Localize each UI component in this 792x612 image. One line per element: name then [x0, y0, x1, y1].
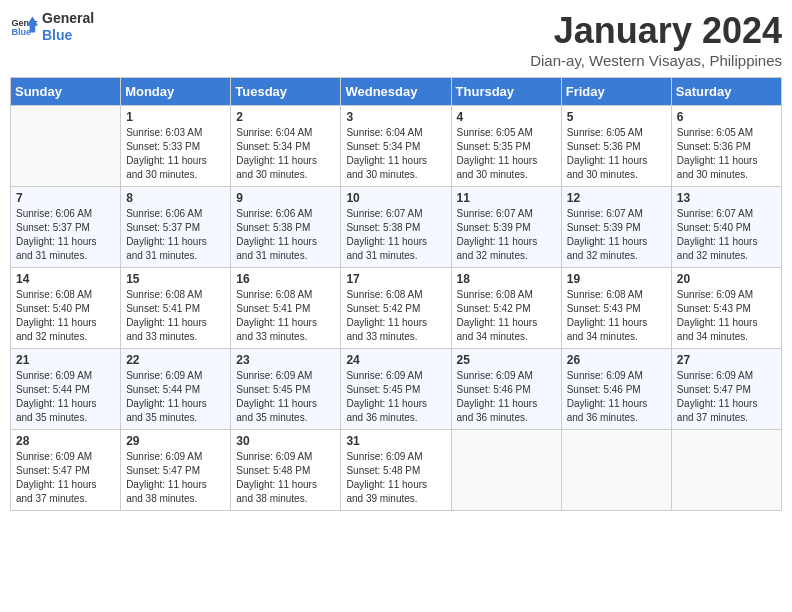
- calendar-cell: 1Sunrise: 6:03 AM Sunset: 5:33 PM Daylig…: [121, 106, 231, 187]
- calendar-cell: [451, 430, 561, 511]
- calendar-cell: [561, 430, 671, 511]
- day-info: Sunrise: 6:05 AM Sunset: 5:35 PM Dayligh…: [457, 126, 556, 182]
- calendar-cell: 23Sunrise: 6:09 AM Sunset: 5:45 PM Dayli…: [231, 349, 341, 430]
- day-info: Sunrise: 6:06 AM Sunset: 5:37 PM Dayligh…: [126, 207, 225, 263]
- day-info: Sunrise: 6:09 AM Sunset: 5:44 PM Dayligh…: [16, 369, 115, 425]
- day-number: 31: [346, 434, 445, 448]
- svg-text:Blue: Blue: [11, 27, 31, 37]
- calendar-title: January 2024: [530, 10, 782, 52]
- day-number: 25: [457, 353, 556, 367]
- calendar-cell: 26Sunrise: 6:09 AM Sunset: 5:46 PM Dayli…: [561, 349, 671, 430]
- day-info: Sunrise: 6:06 AM Sunset: 5:38 PM Dayligh…: [236, 207, 335, 263]
- calendar-cell: 5Sunrise: 6:05 AM Sunset: 5:36 PM Daylig…: [561, 106, 671, 187]
- calendar-cell: 31Sunrise: 6:09 AM Sunset: 5:48 PM Dayli…: [341, 430, 451, 511]
- calendar-cell: [11, 106, 121, 187]
- day-number: 7: [16, 191, 115, 205]
- day-info: Sunrise: 6:05 AM Sunset: 5:36 PM Dayligh…: [677, 126, 776, 182]
- day-number: 18: [457, 272, 556, 286]
- calendar-cell: 11Sunrise: 6:07 AM Sunset: 5:39 PM Dayli…: [451, 187, 561, 268]
- day-number: 26: [567, 353, 666, 367]
- calendar-cell: 7Sunrise: 6:06 AM Sunset: 5:37 PM Daylig…: [11, 187, 121, 268]
- day-info: Sunrise: 6:08 AM Sunset: 5:42 PM Dayligh…: [346, 288, 445, 344]
- day-info: Sunrise: 6:08 AM Sunset: 5:41 PM Dayligh…: [236, 288, 335, 344]
- calendar-cell: 30Sunrise: 6:09 AM Sunset: 5:48 PM Dayli…: [231, 430, 341, 511]
- calendar-cell: 29Sunrise: 6:09 AM Sunset: 5:47 PM Dayli…: [121, 430, 231, 511]
- day-number: 24: [346, 353, 445, 367]
- day-number: 21: [16, 353, 115, 367]
- day-info: Sunrise: 6:09 AM Sunset: 5:45 PM Dayligh…: [236, 369, 335, 425]
- calendar-cell: 12Sunrise: 6:07 AM Sunset: 5:39 PM Dayli…: [561, 187, 671, 268]
- day-number: 1: [126, 110, 225, 124]
- title-area: January 2024 Dian-ay, Western Visayas, P…: [530, 10, 782, 69]
- calendar-cell: 13Sunrise: 6:07 AM Sunset: 5:40 PM Dayli…: [671, 187, 781, 268]
- day-info: Sunrise: 6:08 AM Sunset: 5:41 PM Dayligh…: [126, 288, 225, 344]
- day-number: 28: [16, 434, 115, 448]
- day-info: Sunrise: 6:09 AM Sunset: 5:45 PM Dayligh…: [346, 369, 445, 425]
- day-number: 2: [236, 110, 335, 124]
- day-info: Sunrise: 6:04 AM Sunset: 5:34 PM Dayligh…: [236, 126, 335, 182]
- day-number: 5: [567, 110, 666, 124]
- col-header-thursday: Thursday: [451, 78, 561, 106]
- day-info: Sunrise: 6:09 AM Sunset: 5:46 PM Dayligh…: [567, 369, 666, 425]
- day-info: Sunrise: 6:06 AM Sunset: 5:37 PM Dayligh…: [16, 207, 115, 263]
- day-number: 12: [567, 191, 666, 205]
- calendar-table: SundayMondayTuesdayWednesdayThursdayFrid…: [10, 77, 782, 511]
- day-number: 29: [126, 434, 225, 448]
- day-info: Sunrise: 6:07 AM Sunset: 5:40 PM Dayligh…: [677, 207, 776, 263]
- calendar-subtitle: Dian-ay, Western Visayas, Philippines: [530, 52, 782, 69]
- day-info: Sunrise: 6:09 AM Sunset: 5:47 PM Dayligh…: [16, 450, 115, 506]
- calendar-cell: 6Sunrise: 6:05 AM Sunset: 5:36 PM Daylig…: [671, 106, 781, 187]
- calendar-cell: 27Sunrise: 6:09 AM Sunset: 5:47 PM Dayli…: [671, 349, 781, 430]
- calendar-cell: 21Sunrise: 6:09 AM Sunset: 5:44 PM Dayli…: [11, 349, 121, 430]
- calendar-cell: 2Sunrise: 6:04 AM Sunset: 5:34 PM Daylig…: [231, 106, 341, 187]
- col-header-wednesday: Wednesday: [341, 78, 451, 106]
- day-number: 3: [346, 110, 445, 124]
- day-number: 4: [457, 110, 556, 124]
- calendar-cell: 24Sunrise: 6:09 AM Sunset: 5:45 PM Dayli…: [341, 349, 451, 430]
- logo: General Blue General Blue: [10, 10, 94, 44]
- day-info: Sunrise: 6:09 AM Sunset: 5:48 PM Dayligh…: [346, 450, 445, 506]
- day-number: 16: [236, 272, 335, 286]
- day-number: 9: [236, 191, 335, 205]
- day-info: Sunrise: 6:07 AM Sunset: 5:39 PM Dayligh…: [457, 207, 556, 263]
- logo-blue: Blue: [42, 27, 94, 44]
- day-number: 27: [677, 353, 776, 367]
- day-number: 23: [236, 353, 335, 367]
- calendar-cell: 10Sunrise: 6:07 AM Sunset: 5:38 PM Dayli…: [341, 187, 451, 268]
- col-header-sunday: Sunday: [11, 78, 121, 106]
- day-number: 11: [457, 191, 556, 205]
- col-header-saturday: Saturday: [671, 78, 781, 106]
- calendar-cell: 18Sunrise: 6:08 AM Sunset: 5:42 PM Dayli…: [451, 268, 561, 349]
- calendar-cell: 19Sunrise: 6:08 AM Sunset: 5:43 PM Dayli…: [561, 268, 671, 349]
- day-number: 17: [346, 272, 445, 286]
- calendar-cell: 16Sunrise: 6:08 AM Sunset: 5:41 PM Dayli…: [231, 268, 341, 349]
- calendar-cell: 15Sunrise: 6:08 AM Sunset: 5:41 PM Dayli…: [121, 268, 231, 349]
- day-info: Sunrise: 6:09 AM Sunset: 5:48 PM Dayligh…: [236, 450, 335, 506]
- calendar-cell: 8Sunrise: 6:06 AM Sunset: 5:37 PM Daylig…: [121, 187, 231, 268]
- day-info: Sunrise: 6:08 AM Sunset: 5:43 PM Dayligh…: [567, 288, 666, 344]
- day-info: Sunrise: 6:08 AM Sunset: 5:42 PM Dayligh…: [457, 288, 556, 344]
- calendar-cell: 25Sunrise: 6:09 AM Sunset: 5:46 PM Dayli…: [451, 349, 561, 430]
- col-header-friday: Friday: [561, 78, 671, 106]
- day-info: Sunrise: 6:09 AM Sunset: 5:46 PM Dayligh…: [457, 369, 556, 425]
- day-info: Sunrise: 6:09 AM Sunset: 5:44 PM Dayligh…: [126, 369, 225, 425]
- header: General Blue General Blue January 2024 D…: [10, 10, 782, 69]
- day-number: 14: [16, 272, 115, 286]
- day-number: 22: [126, 353, 225, 367]
- logo-general: General: [42, 10, 94, 27]
- calendar-cell: 9Sunrise: 6:06 AM Sunset: 5:38 PM Daylig…: [231, 187, 341, 268]
- day-info: Sunrise: 6:05 AM Sunset: 5:36 PM Dayligh…: [567, 126, 666, 182]
- day-number: 8: [126, 191, 225, 205]
- day-number: 10: [346, 191, 445, 205]
- day-info: Sunrise: 6:09 AM Sunset: 5:43 PM Dayligh…: [677, 288, 776, 344]
- day-number: 6: [677, 110, 776, 124]
- day-number: 20: [677, 272, 776, 286]
- calendar-cell: 14Sunrise: 6:08 AM Sunset: 5:40 PM Dayli…: [11, 268, 121, 349]
- calendar-cell: 4Sunrise: 6:05 AM Sunset: 5:35 PM Daylig…: [451, 106, 561, 187]
- day-number: 15: [126, 272, 225, 286]
- logo-icon: General Blue: [10, 13, 38, 41]
- day-info: Sunrise: 6:04 AM Sunset: 5:34 PM Dayligh…: [346, 126, 445, 182]
- day-info: Sunrise: 6:09 AM Sunset: 5:47 PM Dayligh…: [126, 450, 225, 506]
- calendar-cell: 22Sunrise: 6:09 AM Sunset: 5:44 PM Dayli…: [121, 349, 231, 430]
- calendar-cell: 20Sunrise: 6:09 AM Sunset: 5:43 PM Dayli…: [671, 268, 781, 349]
